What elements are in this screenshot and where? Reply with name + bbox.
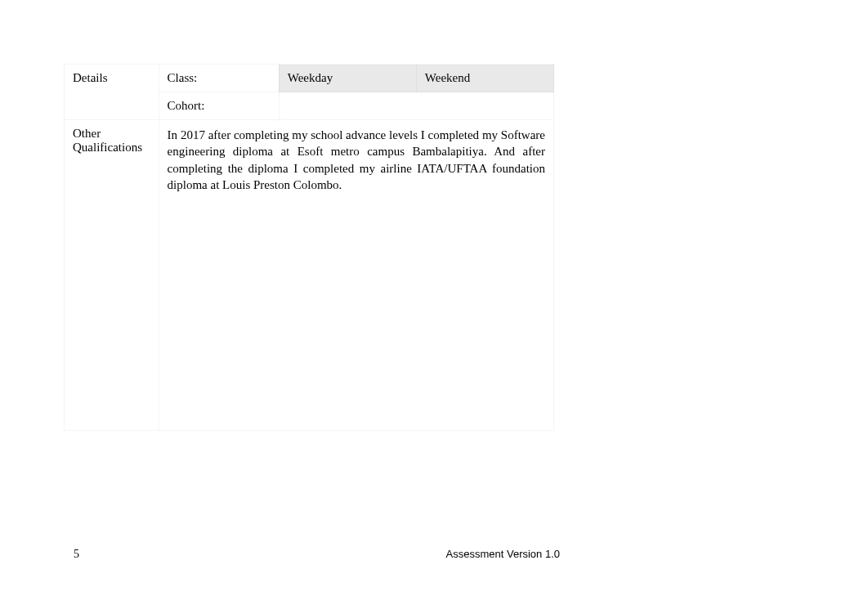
- page-footer: 5 Assessment Version 1.0: [74, 548, 560, 561]
- cohort-value-cell: [279, 92, 553, 120]
- qualifications-row: Other Qualifications In 2017 after compl…: [65, 120, 554, 431]
- form-page: Details Class: Weekday Weekend Cohort: O…: [64, 64, 554, 431]
- class-option-weekend: Weekend: [416, 65, 553, 92]
- page-number: 5: [74, 548, 79, 561]
- class-option-weekday: Weekday: [279, 65, 416, 92]
- form-table: Details Class: Weekday Weekend Cohort: O…: [64, 64, 554, 431]
- qualifications-row-label: Other Qualifications: [65, 120, 159, 431]
- qualifications-text: In 2017 after completing my school advan…: [159, 120, 553, 431]
- details-row-class: Details Class: Weekday Weekend: [65, 65, 554, 92]
- class-label: Class:: [159, 65, 279, 92]
- cohort-label: Cohort:: [159, 92, 279, 120]
- details-row-label: Details: [65, 65, 159, 120]
- assessment-version: Assessment Version 1.0: [446, 548, 560, 560]
